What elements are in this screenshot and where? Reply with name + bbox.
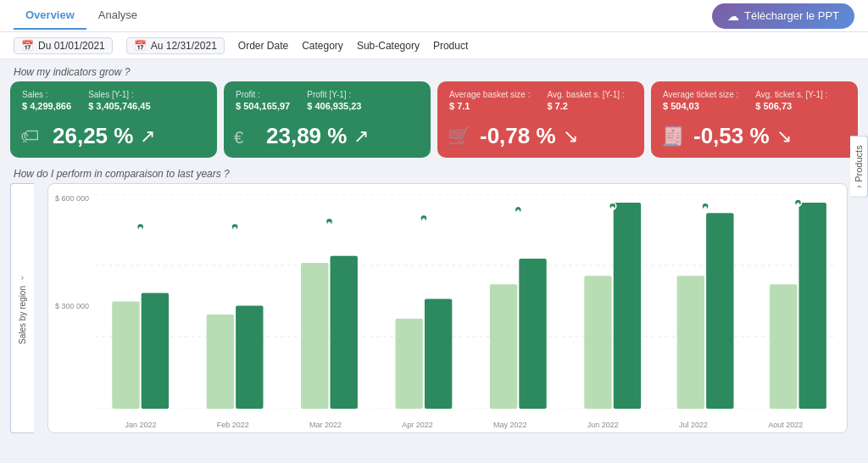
filter-product[interactable]: Product <box>433 40 468 52</box>
svg-rect-9 <box>236 306 263 409</box>
y-axis: $ 600 000 $ 300 000 <box>55 194 97 409</box>
kpi-basket-col2: Avg. basket s. [Y-1] : $ 7.2 <box>547 90 624 111</box>
kpi-top-sales: Sales : $ 4,299,866 Sales [Y-1] : $ 3,40… <box>22 90 205 111</box>
svg-rect-5 <box>142 293 169 409</box>
svg-rect-8 <box>207 315 234 409</box>
tab-overview[interactable]: Overview <box>14 2 86 30</box>
kpi-card-ticket: Average ticket size : $ 504,03 Avg. tick… <box>651 81 858 158</box>
x-label-may: May 2022 <box>493 421 527 429</box>
kpi-top-ticket: Average ticket size : $ 504,03 Avg. tick… <box>663 90 846 111</box>
kpi-sales-col1: Sales : $ 4,299,866 <box>22 90 71 111</box>
products-tab[interactable]: › Products <box>850 136 868 198</box>
svg-point-35 <box>796 203 799 206</box>
filter-date-from[interactable]: 📅 Du 01/01/2021 <box>14 37 113 54</box>
sales-region-tab[interactable]: › Sales by region <box>10 183 34 433</box>
svg-rect-29 <box>706 213 733 409</box>
section1-title: How my indicators grow ? <box>0 59 868 81</box>
y-label-600: $ 600 000 <box>55 194 97 203</box>
x-label-mar: Mar 2022 <box>309 421 342 429</box>
svg-rect-13 <box>331 256 358 409</box>
kpi-basket-bottom: -0,78 % ↘ <box>449 123 632 149</box>
receipt-icon: 🧾 <box>661 126 684 148</box>
y-label-300: $ 300 000 <box>55 302 97 310</box>
kpi-basket-col1: Average basket size : $ 7.1 <box>449 90 530 111</box>
arrow-down-icon: ↘ <box>563 126 578 148</box>
x-axis: Jan 2022 Feb 2022 Mar 2022 Apr 2022 May … <box>95 421 833 429</box>
filter-sub-category[interactable]: Sub-Category <box>357 40 420 52</box>
tag-icon: 🏷 <box>20 126 39 148</box>
main-container: Overview Analyse ☁ Télécharger le PPT 📅 … <box>0 0 868 463</box>
chart-section: $ 600 000 $ 300 000 Jan 2022 Feb 2022 Ma… <box>47 183 848 433</box>
svg-point-23 <box>516 209 520 213</box>
x-label-jun: Jun 2022 <box>587 421 619 429</box>
download-icon: ☁ <box>727 9 739 23</box>
euro-icon: € <box>234 128 243 148</box>
kpi-row: Sales : $ 4,299,866 Sales [Y-1] : $ 3,40… <box>0 81 868 165</box>
x-label-jul: Jul 2022 <box>679 421 708 429</box>
svg-point-15 <box>327 221 331 225</box>
kpi-card-sales: Sales : $ 4,299,866 Sales [Y-1] : $ 3,40… <box>10 81 217 158</box>
filter-order-date[interactable]: Order Date <box>238 40 288 52</box>
svg-rect-32 <box>770 284 797 409</box>
chart-area: $ 600 000 $ 300 000 Jan 2022 Feb 2022 Ma… <box>48 184 847 432</box>
calendar-icon: 📅 <box>21 40 34 52</box>
calendar-icon-2: 📅 <box>134 40 147 52</box>
cart-icon: 🛒 <box>448 126 470 148</box>
section2-title: How do I perform in comparaison to last … <box>0 165 868 183</box>
svg-rect-24 <box>584 276 611 409</box>
kpi-card-profit: Profit : $ 504,165,97 Profit [Y-1] : $ 4… <box>224 81 431 158</box>
x-label-apr: Apr 2022 <box>402 421 433 429</box>
svg-rect-25 <box>614 203 641 409</box>
svg-rect-4 <box>112 302 139 410</box>
kpi-top-basket: Average basket size : $ 7.1 Avg. basket … <box>449 90 632 111</box>
header: Overview Analyse ☁ Télécharger le PPT <box>0 0 868 32</box>
svg-rect-21 <box>519 259 546 409</box>
svg-rect-16 <box>395 319 422 409</box>
kpi-card-basket: Average basket size : $ 7.1 Avg. basket … <box>437 81 644 158</box>
x-label-jan: Jan 2022 <box>125 421 157 429</box>
tab-analyse[interactable]: Analyse <box>86 2 149 30</box>
filter-category[interactable]: Category <box>302 40 343 52</box>
kpi-ticket-col1: Average ticket size : $ 504,03 <box>663 90 738 111</box>
download-ppt-button[interactable]: ☁ Télécharger le PPT <box>712 3 854 29</box>
kpi-sales-col2: Sales [Y-1] : $ 3,405,746,45 <box>88 90 150 111</box>
arrow-down-icon-2: ↘ <box>776 126 792 148</box>
kpi-profit-col2: Profit [Y-1] : $ 406,935,23 <box>307 90 361 111</box>
kpi-sales-bottom: 26,25 % ↗ <box>22 123 205 149</box>
svg-rect-20 <box>490 284 517 409</box>
svg-point-7 <box>139 226 142 230</box>
arrow-up-icon: ↗ <box>140 126 155 148</box>
svg-rect-17 <box>425 298 452 409</box>
svg-rect-12 <box>301 263 328 409</box>
arrow-up-icon-2: ↗ <box>353 126 369 148</box>
x-label-feb: Feb 2022 <box>217 421 249 429</box>
sales-region-label: Sales by region <box>18 286 27 344</box>
tab-bar: Overview Analyse <box>14 2 149 30</box>
svg-point-27 <box>611 206 615 209</box>
chevron-left-icon: › <box>854 185 864 187</box>
kpi-ticket-bottom: -0,53 % ↘ <box>663 123 846 149</box>
svg-point-31 <box>704 206 707 209</box>
chevron-right-icon: › <box>21 273 24 282</box>
chart-wrapper: › Sales by region <box>37 183 858 433</box>
kpi-profit-col1: Profit : $ 504,165,97 <box>236 90 290 111</box>
bar-chart-svg <box>95 194 833 409</box>
x-label-aug: Aout 2022 <box>768 421 803 429</box>
svg-point-11 <box>233 226 236 230</box>
svg-rect-33 <box>798 203 826 409</box>
svg-rect-28 <box>677 276 704 409</box>
kpi-ticket-col2: Avg. ticket s. [Y-1] : $ 506,73 <box>755 90 827 111</box>
filter-date-to[interactable]: 📅 Au 12/31/2021 <box>126 37 225 54</box>
svg-point-19 <box>422 218 426 221</box>
filter-bar: 📅 Du 01/01/2021 📅 Au 12/31/2021 Order Da… <box>0 32 868 59</box>
kpi-profit-bottom: 23,89 % ↗ <box>236 123 419 149</box>
kpi-top-profit: Profit : $ 504,165,97 Profit [Y-1] : $ 4… <box>236 90 419 111</box>
